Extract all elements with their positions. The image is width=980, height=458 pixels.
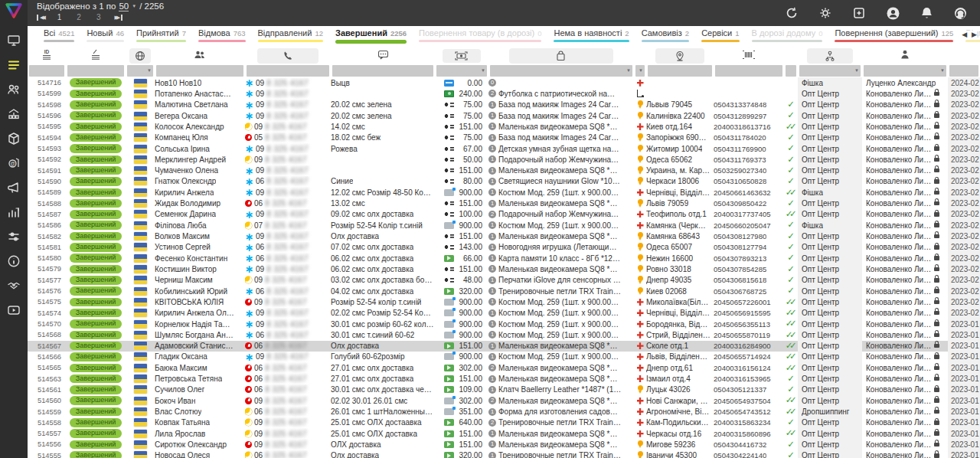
settings-gear-icon[interactable]	[818, 5, 833, 21]
sidebar-item-settings-sliders[interactable]	[6, 229, 21, 244]
column-header-client[interactable]	[155, 47, 245, 64]
page-number-2[interactable]: 2	[75, 13, 83, 21]
table-row[interactable]: 514594ЗавершенийКомпанец Юля058 325 4167…	[28, 132, 980, 143]
status-tab-відправлений[interactable]: Відправлений12	[253, 28, 328, 42]
filter-input-check[interactable]	[786, 65, 796, 77]
table-row[interactable]: 514588ЗавершенийЖидак Володимир068 325 4…	[28, 198, 980, 208]
page-number-3[interactable]: 3	[95, 13, 103, 21]
chevron-down-icon[interactable]: ▼	[132, 4, 136, 8]
table-row[interactable]: 514586ЗавершенийФіліпова Люба078 325 416…	[28, 220, 980, 231]
table-row[interactable]: 514587ЗавершенийСеменюк Дарина∗098 325 4…	[28, 209, 980, 220]
status-tab-відмова[interactable]: Відмова763	[193, 28, 251, 42]
notifications-bell-icon[interactable]	[919, 5, 934, 21]
table-row[interactable]: 514592ЗавершенийМерклингер Андрей098 325…	[28, 154, 980, 165]
column-header-id[interactable]: ID	[28, 47, 66, 64]
sidebar-item-suppliers[interactable]: @	[6, 155, 21, 171]
table-row[interactable]: 514561ЗавершенийСучилов Олег068 325 4167…	[28, 384, 980, 395]
table-row[interactable]: 514559ЗавершенийВлас Слотюу068 325 41672…	[28, 406, 980, 417]
account-icon[interactable]	[885, 5, 900, 21]
tab-scroll-left-icon[interactable]: ◀	[962, 31, 967, 38]
table-row[interactable]: 514570ЗавершенийКорнелюк Надія Та…∗098 3…	[28, 319, 980, 329]
add-widget-icon[interactable]	[851, 5, 867, 21]
column-header-country[interactable]	[126, 47, 155, 64]
column-header-fulfil[interactable]	[798, 47, 862, 64]
column-header-ttn[interactable]	[714, 47, 784, 64]
filter-input-fulfil[interactable]: ▼	[799, 65, 861, 77]
filter-input-product[interactable]: ▼	[490, 65, 632, 77]
table-row[interactable]: 514577ЗавершенийЧерниш Максим098 325 416…	[28, 275, 980, 286]
table-row[interactable]: 514589ЗавершенийКирилич Анжела∗098 325 4…	[28, 187, 980, 198]
table-row[interactable]: 514557ЗавершенийЛила Ярослав098 325 4167…	[28, 428, 980, 439]
page-number-1[interactable]: 1	[56, 13, 64, 21]
table-row[interactable]: 514598ЗавершенийМалютина Светлана∗098 32…	[28, 100, 980, 110]
sidebar-item-orders-list[interactable]	[6, 57, 21, 73]
first-page-button[interactable]: ◀◀	[37, 15, 44, 21]
table-row[interactable]: 514591ЗавершенийЧумаченко Олена∗098 325 …	[28, 165, 980, 176]
filter-input-id[interactable]	[29, 65, 64, 77]
filter-dropdown-icon[interactable]: ▼	[940, 68, 945, 73]
filter-input-client[interactable]	[156, 65, 243, 77]
table-row[interactable]: 514575ЗавершенийКВІТОВСЬКА ЮЛІЯ098 325 4…	[28, 296, 980, 307]
filter-dropdown-icon[interactable]: ▼	[626, 68, 631, 73]
filter-input-carrier[interactable]: ▼	[635, 65, 645, 77]
status-tab-новый[interactable]: Новый46	[81, 28, 129, 42]
filter-input-phone[interactable]	[247, 65, 329, 77]
filter-input-date[interactable]	[949, 65, 978, 77]
support-headset-icon[interactable]	[952, 5, 968, 21]
refresh-icon[interactable]	[784, 5, 799, 21]
sidebar-item-info[interactable]	[6, 254, 21, 269]
status-tab-завершений[interactable]: Завершений2256	[330, 28, 412, 44]
filter-input-payment[interactable]: ▼	[436, 65, 487, 77]
sidebar-item-clients[interactable]	[6, 82, 21, 97]
page-size-dropdown[interactable]: 50	[119, 2, 129, 11]
table-row[interactable]: 514555ЗавершенийНовосад Олеся068 325 416…	[28, 450, 980, 458]
status-tab-сервіси[interactable]: Сервіси1	[696, 28, 744, 42]
table-row[interactable]: 514560ЗавершенийБокоч Иван098 325 416702…	[28, 395, 980, 406]
column-header-check[interactable]	[784, 47, 798, 64]
filter-input-city[interactable]	[648, 65, 712, 77]
table-row[interactable]: 514590ЗавершенийГнатюк Олексндр∗068 325 …	[28, 176, 980, 187]
column-header-product[interactable]	[488, 47, 634, 64]
table-row[interactable]: 514579ЗавершенийКостишин Виктор∗098 325 …	[28, 263, 980, 274]
table-row[interactable]: 514582ЗавершенийВолков Максим∗098 325 41…	[28, 231, 980, 241]
status-tab-всі[interactable]: Всі4521	[38, 28, 80, 42]
table-row[interactable]: 514580ЗавершенийФесенко Константин∗068 3…	[28, 253, 980, 263]
status-tab-повернення-товару-в-дорозі-[interactable]: Повернення товару (в дорозі)0	[413, 28, 547, 42]
table-row[interactable]: 514563ЗавершенийПетровська Тетяна068 325…	[28, 373, 980, 384]
last-page-button[interactable]: ▶▶	[114, 15, 122, 21]
status-tab-нема-в-наявності[interactable]: Нема в наявності2	[548, 28, 634, 42]
status-tab-самовивіз[interactable]: Самовивіз2	[636, 28, 694, 42]
column-header-phone[interactable]	[245, 47, 331, 64]
table-row[interactable]: 514593ЗавершенийСольська Ірина∗098 325 4…	[28, 143, 980, 154]
column-header-comment[interactable]	[331, 47, 435, 64]
table-row[interactable]: 514595ЗавершенийКолосок Александр098 325…	[28, 121, 980, 132]
filter-input-status[interactable]	[67, 65, 124, 77]
sidebar-item-warehouse[interactable]	[6, 106, 21, 122]
sidebar-item-products[interactable]	[6, 131, 21, 146]
filter-dropdown-icon[interactable]: ▼	[481, 68, 485, 73]
filter-dropdown-icon[interactable]: ▼	[147, 68, 152, 73]
sidebar-item-partners[interactable]	[6, 278, 21, 293]
filter-dropdown-icon[interactable]: ▼	[854, 68, 859, 73]
table-row[interactable]: 514566ЗавершенийГладик Оксана∗098 325 41…	[28, 352, 980, 362]
filter-input-country[interactable]: ▼	[127, 65, 153, 77]
table-row[interactable]: 514581ЗавершенийУстинов Сергей∗068 325 4…	[28, 242, 980, 253]
sidebar-item-marketing[interactable]	[6, 180, 21, 195]
table-row[interactable]: 514599ЗавершенийПотапенко Анастас…∗098 3…	[28, 88, 980, 99]
table-row[interactable]: 514556ЗавершенийСиротюк Олександр098 325…	[28, 439, 980, 450]
sidebar-item-video-tutorials[interactable]	[6, 303, 21, 318]
table-row[interactable]: 514596ЗавершенийВегера Оксана∗098 325 41…	[28, 110, 980, 121]
status-tab-повернення-завершений-[interactable]: Повернення (завершений)125	[829, 28, 959, 42]
filter-input-comment[interactable]	[332, 65, 433, 77]
sidebar-item-dashboard[interactable]	[6, 33, 21, 48]
filter-input-manager[interactable]: ▼	[864, 65, 946, 77]
table-row[interactable]: 514565ЗавершенийБаюка Максим068 325 4167…	[28, 362, 980, 373]
table-row[interactable]: 514574ЗавершенийКирилич Анжела Ол…∗098 3…	[28, 308, 980, 319]
table-row[interactable]: 514567ЗавершенийАдамовский Станис…068 32…	[28, 341, 980, 352]
tab-scroll-right-icon[interactable]: ▶	[972, 31, 977, 38]
column-header-date[interactable]	[948, 47, 980, 64]
column-header-manager[interactable]	[862, 47, 948, 64]
column-header-city[interactable]	[646, 47, 714, 64]
filter-input-ttn[interactable]	[715, 65, 782, 77]
status-tab-прийнятий[interactable]: Прийнятий7	[131, 28, 191, 42]
